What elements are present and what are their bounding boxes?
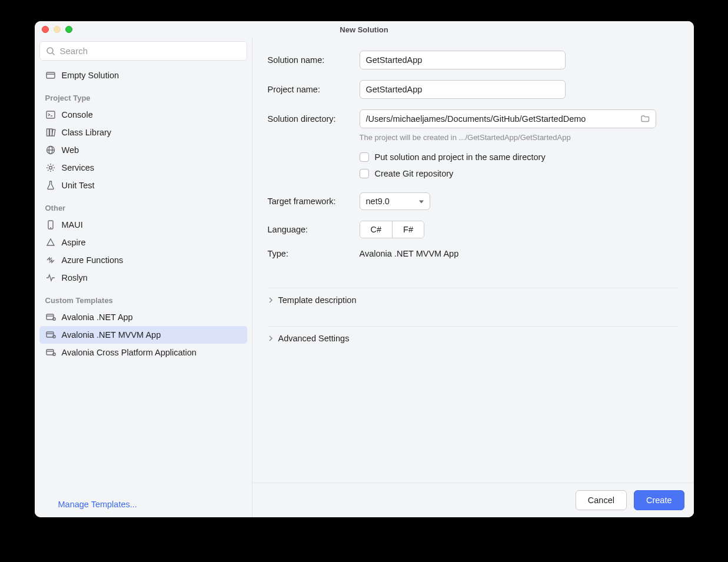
sidebar-item-label: Avalonia Cross Platform Application bbox=[62, 348, 197, 357]
sidebar-item-avalonia-net-app[interactable]: Avalonia .NET App bbox=[39, 308, 247, 326]
sidebar-item-avalonia-net-mvvm-app[interactable]: Avalonia .NET MVVM App bbox=[39, 326, 247, 344]
sidebar-item-label: Empty Solution bbox=[62, 71, 119, 80]
sidebar-item-roslyn[interactable]: Roslyn bbox=[39, 269, 247, 287]
manage-templates-link[interactable]: Manage Templates... bbox=[35, 493, 252, 517]
row-solution-name: Solution name: GetStartedApp bbox=[268, 51, 679, 69]
svg-marker-15 bbox=[47, 239, 54, 245]
cancel-button[interactable]: Cancel bbox=[576, 490, 627, 510]
sidebar-item-empty-solution[interactable]: Empty Solution bbox=[39, 66, 247, 84]
sidebar-group-project-type: Project Type bbox=[39, 84, 247, 106]
sidebar-item-label: Console bbox=[62, 110, 93, 119]
label-type: Type: bbox=[268, 249, 351, 258]
sidebar-item-azure-functions[interactable]: Azure Functions bbox=[39, 251, 247, 269]
expander-label: Advanced Settings bbox=[278, 334, 350, 343]
pulse-icon bbox=[45, 272, 56, 283]
form: Solution name: GetStartedApp Project nam… bbox=[252, 38, 694, 483]
row-same-directory[interactable]: Put solution and project in the same dir… bbox=[360, 152, 679, 162]
checkbox-git-repo[interactable] bbox=[360, 169, 369, 178]
label-solution-directory: Solution directory: bbox=[268, 114, 351, 124]
sidebar-item-label: Azure Functions bbox=[62, 255, 124, 265]
checkbox-label: Put solution and project in the same dir… bbox=[375, 152, 546, 162]
sidebar-group-other: Other bbox=[39, 194, 247, 216]
sidebar-item-services[interactable]: Services bbox=[39, 159, 247, 177]
search-field[interactable] bbox=[39, 41, 247, 61]
svg-rect-8 bbox=[52, 129, 55, 136]
gear-icon bbox=[45, 162, 56, 173]
expander-advanced-settings[interactable]: Advanced Settings bbox=[268, 326, 679, 350]
folder-browse-icon[interactable] bbox=[640, 114, 650, 124]
target-framework-select[interactable]: net9.0 bbox=[360, 192, 430, 210]
globe-icon bbox=[45, 145, 56, 155]
sidebar-item-label: Aspire bbox=[62, 238, 86, 247]
window-icon bbox=[45, 330, 56, 340]
triangle-icon bbox=[45, 237, 56, 248]
titlebar: New Solution bbox=[35, 21, 694, 38]
chevron-right-icon bbox=[268, 335, 274, 341]
svg-point-0 bbox=[47, 48, 53, 54]
label-target-framework: Target framework: bbox=[268, 197, 351, 206]
svg-point-21 bbox=[52, 335, 55, 338]
sidebar-item-aspire[interactable]: Aspire bbox=[39, 234, 247, 251]
window-icon bbox=[45, 312, 56, 322]
sidebar-item-maui[interactable]: MAUI bbox=[39, 216, 247, 234]
sidebar-item-web[interactable]: Web bbox=[39, 141, 247, 159]
sidebar: Empty Solution Project Type Console Clas… bbox=[35, 38, 252, 517]
new-solution-dialog: New Solution Empty Solution P bbox=[35, 21, 694, 517]
label-language: Language: bbox=[268, 225, 351, 234]
main-panel: Solution name: GetStartedApp Project nam… bbox=[252, 38, 694, 517]
window-title: New Solution bbox=[35, 25, 694, 34]
language-option-csharp[interactable]: C# bbox=[360, 221, 393, 238]
label-solution-name: Solution name: bbox=[268, 55, 351, 65]
console-icon bbox=[45, 109, 56, 120]
svg-point-24 bbox=[52, 353, 55, 355]
create-button[interactable]: Create bbox=[634, 490, 684, 510]
svg-point-18 bbox=[52, 318, 55, 320]
row-git-repo[interactable]: Create Git repository bbox=[360, 169, 679, 178]
svg-rect-2 bbox=[46, 72, 55, 78]
lightning-icon bbox=[45, 255, 56, 265]
chevron-right-icon bbox=[268, 297, 274, 303]
footer: Cancel Create bbox=[252, 483, 694, 517]
sidebar-item-class-library[interactable]: Class Library bbox=[39, 124, 247, 141]
expander-label: Template description bbox=[278, 295, 357, 305]
sidebar-item-unit-test[interactable]: Unit Test bbox=[39, 177, 247, 194]
sidebar-item-label: Avalonia .NET App bbox=[62, 312, 133, 322]
sidebar-item-label: Class Library bbox=[62, 128, 112, 137]
row-type: Type: Avalonia .NET MVVM App bbox=[268, 249, 679, 258]
solution-name-input[interactable]: GetStartedApp bbox=[360, 51, 566, 69]
type-value: Avalonia .NET MVVM App bbox=[360, 249, 459, 258]
expander-template-description[interactable]: Template description bbox=[268, 288, 679, 312]
dialog-body: Empty Solution Project Type Console Clas… bbox=[35, 38, 694, 517]
sidebar-list: Empty Solution Project Type Console Clas… bbox=[35, 64, 252, 493]
label-project-name: Project name: bbox=[268, 85, 351, 94]
sidebar-item-label: Web bbox=[62, 145, 79, 155]
directory-hint: The project will be created in .../GetSt… bbox=[360, 133, 679, 142]
sidebar-item-console[interactable]: Console bbox=[39, 106, 247, 124]
search-input[interactable] bbox=[60, 46, 241, 56]
search-icon bbox=[46, 46, 55, 56]
svg-rect-6 bbox=[46, 129, 49, 136]
solution-directory-input[interactable]: /Users/michaeljames/Documents/GitHub/Get… bbox=[360, 109, 656, 128]
sidebar-item-label: Roslyn bbox=[62, 273, 88, 282]
language-segmented: C# F# bbox=[360, 221, 424, 238]
sidebar-item-label: Services bbox=[62, 163, 95, 172]
svg-line-1 bbox=[52, 53, 55, 55]
window-icon bbox=[45, 347, 56, 358]
flask-icon bbox=[45, 180, 56, 191]
row-language: Language: C# F# bbox=[268, 221, 679, 238]
row-solution-directory: Solution directory: /Users/michaeljames/… bbox=[268, 109, 679, 128]
row-target-framework: Target framework: net9.0 bbox=[268, 192, 679, 210]
sidebar-item-label: MAUI bbox=[62, 220, 83, 230]
sidebar-item-label: Avalonia .NET MVVM App bbox=[62, 330, 161, 340]
language-option-fsharp[interactable]: F# bbox=[392, 221, 424, 238]
empty-solution-icon bbox=[45, 70, 56, 81]
sidebar-group-custom-templates: Custom Templates bbox=[39, 287, 247, 308]
checkbox-same-directory[interactable] bbox=[360, 152, 369, 162]
project-name-input[interactable]: GetStartedApp bbox=[360, 80, 566, 99]
sidebar-item-avalonia-cross-platform[interactable]: Avalonia Cross Platform Application bbox=[39, 344, 247, 361]
row-project-name: Project name: GetStartedApp bbox=[268, 80, 679, 99]
checkbox-label: Create Git repository bbox=[375, 169, 454, 178]
class-library-icon bbox=[45, 127, 56, 138]
sidebar-item-label: Unit Test bbox=[62, 181, 95, 190]
svg-rect-4 bbox=[46, 111, 55, 118]
